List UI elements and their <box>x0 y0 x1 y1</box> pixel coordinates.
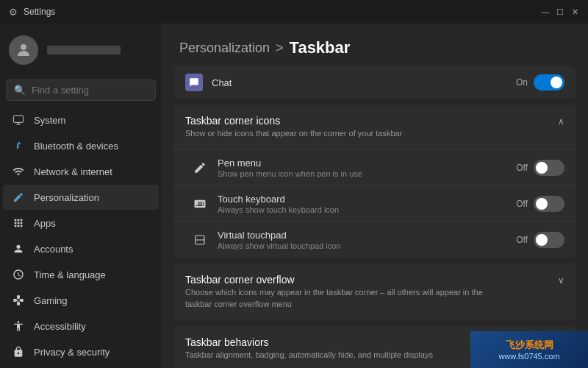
virtual-touchpad-icon <box>191 231 209 249</box>
system-icon <box>12 113 25 127</box>
sidebar-item-personalization[interactable]: Personalization <box>3 185 159 210</box>
sidebar-item-privacy[interactable]: Privacy & security <box>3 339 159 364</box>
pen-menu-row: Pen menu Show pen menu icon when pen is … <box>173 149 576 185</box>
titlebar-title: Settings <box>24 7 55 17</box>
sidebar: 🔍 System Bluetooth & devices Network & i… <box>0 24 162 368</box>
search-box[interactable]: 🔍 <box>6 79 156 101</box>
chat-title: Chat <box>212 77 507 88</box>
taskbar-behaviors-subtitle: Taskbar alignment, badging, automaticall… <box>185 350 433 361</box>
breadcrumb-sep: > <box>276 40 284 56</box>
virtual-touchpad-title: Virtual touchpad <box>218 230 507 241</box>
chat-toggle-area: On <box>516 74 564 91</box>
taskbar-corner-overflow-section: Taskbar corner overflow Choose which ico… <box>173 263 576 320</box>
bluetooth-icon <box>12 139 25 152</box>
sidebar-item-label-system: System <box>34 115 65 126</box>
virtual-touchpad-toggle-area: Off <box>516 232 564 248</box>
sidebar-item-label-accessibility: Accessibility <box>34 321 86 332</box>
sidebar-item-label-privacy: Privacy & security <box>34 347 110 358</box>
chat-row: Chat On <box>173 66 576 99</box>
pen-menu-toggle-label: Off <box>516 163 528 173</box>
chat-toggle-label: On <box>516 77 528 88</box>
gaming-icon <box>12 294 25 307</box>
taskbar-behaviors-title: Taskbar behaviors <box>185 336 433 348</box>
apps-icon <box>12 216 25 230</box>
taskbar-corner-icons-chevron: ∧ <box>558 116 564 127</box>
search-input[interactable] <box>32 85 148 96</box>
touch-keyboard-icon <box>191 195 209 213</box>
touch-keyboard-title: Touch keyboard <box>218 194 507 205</box>
settings-icon: ⚙ <box>9 7 18 18</box>
privacy-icon <box>12 345 25 358</box>
accounts-icon <box>12 242 25 255</box>
page-header: Personalization > Taskbar <box>162 24 588 66</box>
virtual-touchpad-toggle-thumb <box>536 234 548 246</box>
time-icon <box>12 268 25 281</box>
sidebar-item-label-network: Network & internet <box>34 166 112 177</box>
search-icon: 🔍 <box>14 85 26 96</box>
minimize-button[interactable]: — <box>541 7 550 16</box>
sidebar-item-network[interactable]: Network & internet <box>3 159 159 184</box>
pen-menu-info: Pen menu Show pen menu icon when pen is … <box>218 158 507 178</box>
touch-keyboard-toggle-area: Off <box>516 196 564 212</box>
pen-menu-desc: Show pen menu icon when pen is in use <box>218 169 507 178</box>
sidebar-item-label-gaming: Gaming <box>34 295 68 306</box>
sidebar-item-update[interactable]: Windows Update <box>3 365 159 368</box>
personalization-icon <box>12 191 25 204</box>
sidebar-item-label-accounts: Accounts <box>34 244 73 255</box>
titlebar-left: ⚙ Settings <box>9 7 55 18</box>
svg-rect-1 <box>13 116 23 122</box>
svg-point-0 <box>21 44 26 50</box>
taskbar-corner-overflow-chevron: ∨ <box>558 275 564 286</box>
chat-icon <box>185 74 203 91</box>
app-container: 🔍 System Bluetooth & devices Network & i… <box>0 24 588 368</box>
network-icon <box>12 165 25 178</box>
watermark: 飞沙系统网 www.fs0745.com <box>470 331 588 368</box>
close-button[interactable]: ✕ <box>570 7 579 16</box>
touch-keyboard-row: Touch keyboard Always show touch keyboar… <box>173 185 576 222</box>
taskbar-corner-icons-header[interactable]: Taskbar corner icons Show or hide icons … <box>173 105 576 149</box>
watermark-text1: 飞沙系统网 <box>506 339 553 352</box>
pen-menu-toggle[interactable] <box>534 160 564 176</box>
nav-list: System Bluetooth & devices Network & int… <box>0 107 162 368</box>
username-bar <box>47 46 121 54</box>
chat-toggle-thumb <box>551 77 562 88</box>
virtual-touchpad-toggle[interactable] <box>534 232 564 248</box>
taskbar-corner-overflow-subtitle: Choose which icons may appear in the tas… <box>185 287 509 310</box>
virtual-touchpad-row: Virtual touchpad Always show virtual tou… <box>173 222 576 258</box>
pen-menu-title: Pen menu <box>218 158 507 169</box>
taskbar-corner-icons-title: Taskbar corner icons <box>185 115 402 127</box>
taskbar-corner-icons-subtitle: Show or hide icons that appear on the co… <box>185 128 402 139</box>
taskbar-corner-icons-section: Taskbar corner icons Show or hide icons … <box>173 105 576 258</box>
sidebar-item-system[interactable]: System <box>3 107 159 132</box>
sidebar-item-label-bluetooth: Bluetooth & devices <box>34 141 118 152</box>
virtual-touchpad-desc: Always show virtual touchpad icon <box>218 241 507 250</box>
touch-keyboard-desc: Always show touch keyboard icon <box>218 205 507 214</box>
titlebar-controls: — ☐ ✕ <box>541 7 579 16</box>
taskbar-corner-overflow-title: Taskbar corner overflow <box>185 274 509 286</box>
sidebar-item-accessibility[interactable]: Accessibility <box>3 314 159 339</box>
sidebar-item-accounts[interactable]: Accounts <box>3 236 159 261</box>
sidebar-item-time[interactable]: Time & language <box>3 262 159 287</box>
virtual-touchpad-toggle-label: Off <box>516 235 528 245</box>
pen-menu-icon <box>191 159 209 177</box>
pen-menu-toggle-area: Off <box>516 160 564 176</box>
touch-keyboard-info: Touch keyboard Always show touch keyboar… <box>218 194 507 214</box>
taskbar-corner-overflow-header-text: Taskbar corner overflow Choose which ico… <box>185 274 509 310</box>
taskbar-behaviors-header-text: Taskbar behaviors Taskbar alignment, bad… <box>185 336 433 361</box>
sidebar-item-label-time: Time & language <box>34 269 106 280</box>
sidebar-item-label-apps: Apps <box>34 218 56 229</box>
avatar <box>9 35 38 65</box>
content-area: Personalization > Taskbar Chat On Taskba… <box>162 24 588 368</box>
sidebar-item-apps[interactable]: Apps <box>3 210 159 236</box>
chat-toggle[interactable] <box>534 74 564 91</box>
sidebar-item-gaming[interactable]: Gaming <box>3 288 159 313</box>
touch-keyboard-toggle-label: Off <box>516 199 528 209</box>
maximize-button[interactable]: ☐ <box>556 7 564 16</box>
breadcrumb-current: Taskbar <box>290 38 351 57</box>
user-profile <box>0 24 162 77</box>
touch-keyboard-toggle[interactable] <box>534 196 564 212</box>
sidebar-item-bluetooth[interactable]: Bluetooth & devices <box>3 133 159 158</box>
accessibility-icon <box>12 319 25 333</box>
taskbar-corner-overflow-header[interactable]: Taskbar corner overflow Choose which ico… <box>173 263 576 320</box>
titlebar: ⚙ Settings — ☐ ✕ <box>0 0 588 24</box>
